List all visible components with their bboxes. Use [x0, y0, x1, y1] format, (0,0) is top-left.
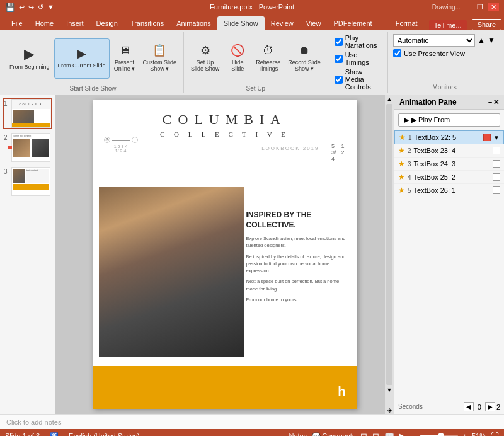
slide-thumb-img-2: Some text content — [11, 133, 50, 162]
from-current-icon: ▶ — [77, 47, 86, 61]
anim-text-5: TextBox 26: 1 — [414, 186, 490, 194]
anim-time-value: 0 — [475, 403, 484, 411]
anim-play-btn[interactable]: ▶ ▶ Play From — [398, 113, 500, 127]
monitor-down-icon[interactable]: ▼ — [488, 36, 495, 45]
setup-label: Set Up — [246, 84, 266, 92]
share-btn[interactable]: Share — [472, 19, 501, 30]
anim-star-4: ★ — [398, 173, 405, 181]
slide-thumb-1[interactable]: 1 COLUMBIA — [3, 98, 52, 129]
close-btn[interactable]: ✕ — [488, 3, 499, 11]
tab-format[interactable]: Format — [389, 16, 424, 30]
tab-insert[interactable]: Insert — [60, 16, 90, 30]
start-slideshow-buttons: ▶ From Beginning ▶ From Current Slide 🖥 … — [6, 33, 180, 84]
notes-btn[interactable]: Notes — [289, 432, 307, 436]
scroll-up-btn[interactable]: ▲ — [386, 95, 393, 103]
tab-review[interactable]: Review — [265, 16, 300, 30]
custom-slideshow-icon: 📋 — [152, 44, 166, 58]
anim-footer: Seconds ◀ 0 ▶ 2 — [394, 399, 504, 414]
scroll-expand-btn[interactable]: ◈ — [386, 406, 393, 414]
from-current-slide-btn[interactable]: ▶ From Current Slide — [54, 38, 110, 79]
anim-text-4: TextBox 25: 2 — [414, 173, 490, 181]
anim-item-5[interactable]: ★ 5 TextBox 26: 1 — [394, 184, 504, 197]
drawing-label: Drawing... — [432, 4, 461, 11]
restore-btn[interactable]: ❐ — [474, 3, 486, 11]
slide-thumb-2[interactable]: 2 Some text content — [3, 132, 52, 163]
tab-home[interactable]: Home — [29, 16, 60, 30]
hide-slide-btn[interactable]: 🚫 HideSlide — [224, 38, 251, 79]
monitor-select[interactable]: Automatic — [393, 34, 475, 47]
tab-file[interactable]: File — [5, 16, 29, 30]
anim-time-next-btn[interactable]: ▶ — [485, 402, 495, 411]
setup-slideshow-btn[interactable]: ⚙ Set UpSlide Show — [188, 38, 222, 79]
anim-collapse-btn[interactable]: – — [488, 98, 492, 106]
tab-design[interactable]: Design — [90, 16, 124, 30]
customize-icon[interactable]: ▼ — [47, 3, 54, 11]
zoom-in-btn[interactable]: + — [463, 432, 467, 436]
slide-panel: 1 COLUMBIA 2 Some text content — [0, 95, 55, 414]
anim-time-controls: ◀ 0 ▶ 2 — [464, 402, 500, 411]
zoom-level[interactable]: 51% — [472, 432, 486, 436]
anim-item-1[interactable]: ★ 1 TextBox 22: 5 ▼ — [394, 130, 504, 144]
show-media-controls-checkbox[interactable] — [335, 76, 343, 84]
slide-thumb-3[interactable]: 3 text content — [3, 166, 52, 197]
anim-item-3[interactable]: ★ 3 TextBox 24: 3 — [394, 158, 504, 171]
anim-star-1: ★ — [399, 133, 406, 142]
anim-box-2 — [493, 147, 500, 154]
slide-title-area: COLUMBIA C O L L E C T I V E — [93, 100, 357, 141]
slide-main-image — [99, 187, 244, 357]
reading-view-btn[interactable]: 📖 — [384, 432, 394, 437]
accessibility-icon[interactable]: ♿ — [50, 432, 59, 437]
rehearse-timings-btn[interactable]: ⏱ RehearseTimings — [253, 38, 284, 79]
record-slideshow-btn[interactable]: ⏺ Record SlideShow ▾ — [285, 38, 324, 79]
slide-numbers: 5 3/ 4 1 2 — [331, 143, 345, 162]
anim-text-2: TextBox 23: 4 — [414, 147, 490, 154]
present-online-btn[interactable]: 🖥 PresentOnline ▾ — [111, 38, 139, 79]
start-slideshow-label: Start Slide Show — [70, 84, 117, 92]
tab-pdfelement[interactable]: PDFelement — [327, 16, 378, 30]
anim-num-3: 3 — [408, 161, 411, 168]
notes-bar[interactable]: Click to add notes — [0, 414, 504, 429]
play-narrations-checkbox[interactable] — [335, 38, 343, 46]
fit-to-window-btn[interactable]: ⛶ — [491, 432, 499, 437]
scroll-thumb[interactable] — [386, 104, 392, 385]
minimize-btn[interactable]: – — [463, 3, 472, 11]
slide-yellow-bar — [93, 366, 357, 409]
anim-item-4[interactable]: ★ 4 TextBox 25: 2 — [394, 171, 504, 184]
presenter-view-checkbox[interactable] — [393, 49, 401, 57]
anim-dropdown-1[interactable]: ▼ — [493, 134, 500, 141]
anim-item-2[interactable]: ★ 2 TextBox 23: 4 — [394, 144, 504, 158]
slide-sorter-btn[interactable]: ⊟ — [372, 432, 379, 437]
slide-text-body4: From our home to yours. — [246, 296, 352, 303]
save-icon[interactable]: 💾 — [5, 3, 15, 12]
notes-placeholder: Click to add notes — [6, 418, 61, 426]
zoom-out-btn[interactable]: – — [411, 432, 415, 436]
setup-icon: ⚙ — [200, 44, 210, 58]
tab-slideshow[interactable]: Slide Show — [217, 16, 265, 30]
from-beginning-icon: ▶ — [24, 46, 35, 62]
tab-view[interactable]: View — [300, 16, 328, 30]
tab-transitions[interactable]: Transitions — [124, 16, 170, 30]
slide-text-heading: INSPIRED BY THE COLLECTIVE. — [246, 210, 352, 230]
refresh-icon[interactable]: ↺ — [38, 3, 43, 11]
play-icon: ▶ — [404, 116, 409, 124]
custom-slideshow-btn[interactable]: 📋 Custom SlideShow ▾ — [140, 38, 180, 79]
ribbon-tabs: File Home Insert Design Transitions Anim… — [0, 14, 504, 30]
language-label: English (United States) — [69, 432, 140, 436]
canvas-scrollbar[interactable]: ▲ ▼ ◈ — [385, 95, 394, 414]
zoom-thumb[interactable] — [438, 433, 444, 436]
slideshow-btn[interactable]: ▶ — [399, 432, 406, 437]
redo-icon[interactable]: ↪ — [28, 3, 34, 11]
monitor-up-icon[interactable]: ▲ — [478, 36, 485, 45]
normal-view-btn[interactable]: ⊞ — [360, 432, 367, 437]
undo-icon[interactable]: ↩ — [19, 3, 25, 11]
tab-animations[interactable]: Animations — [170, 16, 217, 30]
anim-close-btn[interactable]: ✕ — [493, 98, 499, 106]
slide-thumb-img-1: COLUMBIA — [11, 99, 50, 128]
main-area: 1 COLUMBIA 2 Some text content — [0, 95, 504, 414]
tell-me-btn[interactable]: Tell me... — [429, 20, 467, 30]
anim-time-prev-btn[interactable]: ◀ — [464, 402, 474, 411]
use-timings-checkbox[interactable] — [335, 55, 343, 63]
from-beginning-btn[interactable]: ▶ From Beginning — [6, 38, 53, 79]
comments-btn[interactable]: 💬 Comments — [312, 432, 355, 437]
scroll-down-btn[interactable]: ▼ — [386, 386, 393, 394]
